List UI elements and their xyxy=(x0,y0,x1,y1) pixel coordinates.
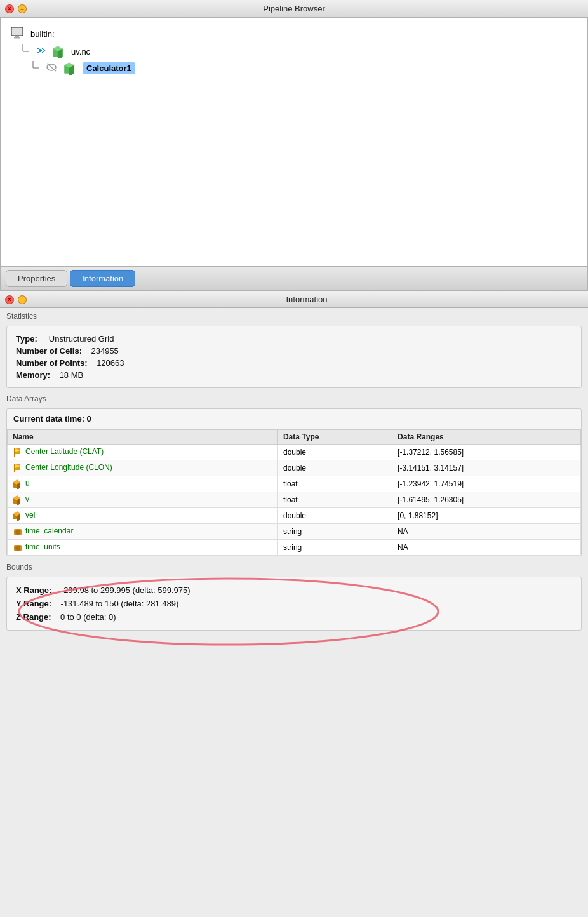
array-type-cell: double xyxy=(277,460,392,476)
stat-memory-value: 18 MB xyxy=(60,370,84,380)
svg-point-36 xyxy=(15,546,20,551)
eye-open-icon[interactable]: 👁 xyxy=(36,46,46,57)
monitor-icon xyxy=(10,26,24,42)
table-row: vfloat[-1.61495, 1.26305] xyxy=(8,492,581,508)
array-name-cell: time_calendar xyxy=(8,524,278,540)
current-time: Current data time: 0 xyxy=(7,409,581,429)
info-close-button[interactable]: ✕ xyxy=(5,295,14,304)
data-arrays-table: Name Data Type Data Ranges Center Latitu… xyxy=(7,429,581,556)
svg-rect-22 xyxy=(14,464,15,472)
title-text: Pipeline Browser xyxy=(263,4,325,13)
bounds-z-value: 0 to 0 (delta: 0) xyxy=(60,612,116,622)
svg-rect-1 xyxy=(15,36,19,37)
tree-line-calc xyxy=(30,61,39,75)
array-name-cell: Center Longitude (CLON) xyxy=(8,460,278,476)
table-header-row: Name Data Type Data Ranges xyxy=(8,430,581,445)
stat-type-label: Type: xyxy=(16,334,37,344)
tree-line-uvnc xyxy=(20,44,29,58)
cube-icon-calc xyxy=(63,61,77,75)
tree-item-builtin: builtin: xyxy=(10,25,578,43)
info-title-bar: ✕ – Information xyxy=(0,291,588,308)
array-range-cell: NA xyxy=(392,524,581,540)
stat-points-value: 120663 xyxy=(97,358,124,368)
builtin-label: builtin: xyxy=(30,29,55,39)
pipeline-tree: builtin: 👁 uv.nc xyxy=(1,18,587,266)
stat-points-row: Number of Points: 120663 xyxy=(16,357,572,369)
tab-properties[interactable]: Properties xyxy=(6,270,67,287)
calculator1-label: Calculator1 xyxy=(83,62,135,74)
table-row: ufloat[-1.23942, 1.74519] xyxy=(8,476,581,492)
bounds-section: X Range: -299.98 to 299.995 (delta: 599.… xyxy=(0,577,588,631)
stat-points-label: Number of Points: xyxy=(16,358,88,368)
title-bar: ✕ – Pipeline Browser xyxy=(0,0,588,18)
close-button[interactable]: ✕ xyxy=(5,4,14,13)
bounds-y-label: Y Range: xyxy=(16,599,51,608)
bounds-z-label: Z Range: xyxy=(16,612,51,622)
array-name-cell: v xyxy=(8,492,278,508)
stat-cells-row: Number of Cells: 234955 xyxy=(16,345,572,357)
pipeline-browser: builtin: 👁 uv.nc xyxy=(0,18,588,291)
array-type-cell: float xyxy=(277,476,392,492)
col-range: Data Ranges xyxy=(392,430,581,445)
stat-cells-label: Number of Cells: xyxy=(16,346,82,356)
array-name-cell: Center Latitude (CLAT) xyxy=(8,445,278,460)
svg-rect-3 xyxy=(12,28,22,35)
bounds-box: X Range: -299.98 to 299.995 (delta: 599.… xyxy=(6,577,582,631)
statistics-header: Statistics xyxy=(0,308,588,323)
table-row: time_calendarstringNA xyxy=(8,524,581,540)
array-type-cell: double xyxy=(277,445,392,460)
array-range-cell: NA xyxy=(392,540,581,556)
data-arrays-box: Current data time: 0 Name Data Type Data… xyxy=(6,408,582,556)
svg-rect-2 xyxy=(14,37,20,39)
statistics-box: Type: Unstructured Grid Number of Cells:… xyxy=(6,326,582,388)
table-row: Center Latitude (CLAT)double[-1.37212, 1… xyxy=(8,445,581,460)
col-type: Data Type xyxy=(277,430,392,445)
cube-icon-uvnc xyxy=(51,44,65,58)
monitor-svg xyxy=(10,26,24,40)
array-type-cell: string xyxy=(277,524,392,540)
stat-memory-label: Memory: xyxy=(16,370,50,380)
stat-type-value: Unstructured Grid xyxy=(49,334,114,344)
bounds-y-row: Y Range: -131.489 to 150 (delta: 281.489… xyxy=(16,597,572,610)
svg-point-34 xyxy=(15,530,20,535)
array-type-cell: double xyxy=(277,508,392,524)
array-range-cell: [-1.23942, 1.74519] xyxy=(392,476,581,492)
info-minimize-button[interactable]: – xyxy=(18,295,27,304)
minimize-button[interactable]: – xyxy=(18,4,27,13)
array-type-cell: float xyxy=(277,492,392,508)
svg-rect-18 xyxy=(14,448,15,457)
uvnc-label: uv.nc xyxy=(71,47,90,57)
array-range-cell: [-3.14151, 3.14157] xyxy=(392,460,581,476)
info-panel-title: Information xyxy=(30,295,583,304)
array-range-cell: [-1.61495, 1.26305] xyxy=(392,492,581,508)
table-row: veldouble[0, 1.88152] xyxy=(8,508,581,524)
table-row: Center Longitude (CLON)double[-3.14151, … xyxy=(8,460,581,476)
array-name-cell: time_units xyxy=(8,540,278,556)
data-arrays-header: Data Arrays xyxy=(0,391,588,406)
array-name-cell: u xyxy=(8,476,278,492)
tab-information[interactable]: Information xyxy=(70,270,135,287)
bounds-x-row: X Range: -299.98 to 299.995 (delta: 599.… xyxy=(16,584,572,597)
array-range-cell: [-1.37212, 1.56585] xyxy=(392,445,581,460)
bounds-header: Bounds xyxy=(0,559,588,574)
window-controls: ✕ – xyxy=(5,4,27,13)
col-name: Name xyxy=(8,430,278,445)
array-name-cell: vel xyxy=(8,508,278,524)
bounds-x-value: -299.98 to 299.995 (delta: 599.975) xyxy=(61,586,190,595)
tree-item-uvnc[interactable]: 👁 uv.nc xyxy=(20,43,578,60)
eye-closed-icon[interactable] xyxy=(46,63,57,74)
bounds-y-value: -131.489 to 150 (delta: 281.489) xyxy=(61,599,179,608)
info-panel: ✕ – Information Statistics Type: Unstruc… xyxy=(0,291,588,631)
stat-cells-value: 234955 xyxy=(91,346,118,356)
bounds-z-row: Z Range: 0 to 0 (delta: 0) xyxy=(16,610,572,624)
table-row: time_unitsstringNA xyxy=(8,540,581,556)
tab-bar: Properties Information xyxy=(1,266,587,291)
array-type-cell: string xyxy=(277,540,392,556)
tree-item-calculator1[interactable]: Calculator1 xyxy=(30,60,578,76)
array-range-cell: [0, 1.88152] xyxy=(392,508,581,524)
bounds-x-label: X Range: xyxy=(16,586,51,595)
stat-memory-row: Memory: 18 MB xyxy=(16,369,572,381)
stat-type-row: Type: Unstructured Grid xyxy=(16,333,572,345)
